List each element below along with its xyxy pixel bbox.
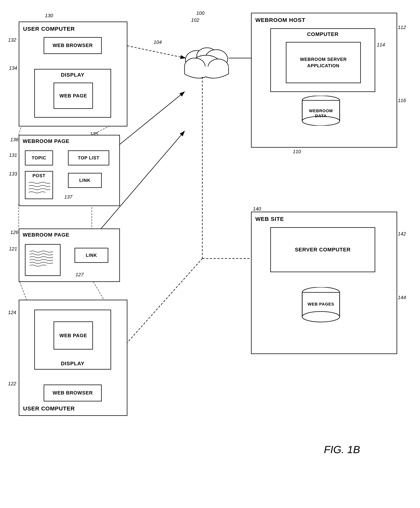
- post-box: POST: [25, 171, 53, 199]
- web-browser-1-label: WEB BROWSER: [53, 43, 93, 48]
- ref-100: 100: [196, 10, 204, 16]
- display-1-box: DISPLAY WEB PAGE: [34, 69, 111, 118]
- webroom-host-label: WEBROOM HOST: [255, 17, 305, 23]
- svg-point-6: [185, 58, 205, 75]
- ref-132: 132: [8, 37, 16, 43]
- ref-140: 140: [253, 206, 261, 212]
- svg-text:DATA: DATA: [315, 113, 327, 118]
- web-page-2-label: WEB PAGE: [59, 332, 87, 339]
- web-browser-2-label: WEB BROWSER: [53, 390, 93, 396]
- user-computer-1-box: USER COMPUTER 132 WEB BROWSER 134 DISPLA…: [19, 22, 128, 127]
- ref-133: 133: [9, 171, 17, 177]
- svg-point-37: [302, 312, 340, 322]
- ref-137: 137: [64, 194, 72, 200]
- ref-114: 114: [377, 42, 385, 48]
- webroom-server-app-label: WEBROOM SERVER APPLICATION: [286, 56, 360, 69]
- svg-text:WEB PAGES: WEB PAGES: [308, 302, 334, 306]
- svg-text:WEBROOM: WEBROOM: [309, 108, 333, 113]
- web-page-1-label: WEB PAGE: [59, 92, 87, 99]
- user-computer-1-label: USER COMPUTER: [23, 25, 75, 32]
- display-2-label: DISPLAY: [61, 360, 84, 367]
- server-computer-label: SERVER COMPUTER: [295, 246, 351, 253]
- ref-134: 134: [9, 65, 17, 71]
- web-site-label: WEB SITE: [255, 216, 284, 222]
- webroom-page-1-label: WEBROOM PAGE: [23, 138, 69, 144]
- ref-112: 112: [398, 24, 406, 30]
- ref-142: 142: [398, 231, 406, 237]
- web-page-2-box: WEB PAGE: [53, 321, 93, 350]
- ref-144: 144: [398, 295, 406, 300]
- ref-131: 131: [9, 152, 17, 158]
- web-site-box: WEB SITE 142 SERVER COMPUTER 144 WEB PAG…: [251, 212, 397, 354]
- link-1-box: LINK: [68, 173, 102, 188]
- web-page-1-box: WEB PAGE: [53, 82, 93, 109]
- svg-line-19: [19, 279, 27, 302]
- top-list-label: TOP LIST: [78, 155, 99, 161]
- ref-116: 116: [398, 97, 406, 103]
- ref-130: 130: [45, 13, 53, 19]
- web-browser-2-box: WEB BROWSER: [44, 385, 102, 401]
- ref-136: 136: [10, 137, 18, 142]
- topic-label: TOPIC: [32, 155, 46, 161]
- topic-box: TOPIC: [25, 150, 53, 165]
- ref-122: 122: [8, 381, 16, 387]
- svg-rect-8: [185, 67, 229, 78]
- link-2-box: LINK: [75, 248, 108, 263]
- svg-point-5: [191, 55, 221, 76]
- user-computer-2-box: USER COMPUTER 124 DISPLAY WEB PAGE 122 W…: [19, 300, 128, 416]
- svg-point-4: [205, 50, 228, 68]
- svg-point-3: [197, 48, 217, 65]
- top-list-box: TOP LIST: [68, 150, 109, 165]
- computer-label: COMPUTER: [307, 31, 338, 37]
- webroom-host-box: WEBROOM HOST 110 112 COMPUTER 114 WEBROO…: [251, 13, 397, 148]
- ref-104: 104: [154, 39, 162, 45]
- svg-line-20: [92, 279, 105, 302]
- display-1-label: DISPLAY: [61, 72, 84, 78]
- link-1-label: LINK: [79, 178, 90, 183]
- web-browser-1-box: WEB BROWSER: [44, 37, 102, 54]
- post-label: POST: [32, 173, 45, 179]
- fig-label: FIG. 1B: [324, 443, 360, 456]
- webroom-page-2-box: WEBROOM PAGE 121 127 LINK: [19, 229, 120, 282]
- svg-point-2: [186, 51, 208, 69]
- ref-126: 126: [10, 230, 18, 235]
- display-2-box: DISPLAY WEB PAGE: [34, 310, 111, 370]
- ref-102: 102: [191, 17, 199, 23]
- ref-110: 110: [293, 149, 301, 155]
- computer-box: COMPUTER 114 WEBROOM SERVER APPLICATION: [270, 28, 375, 92]
- link-2-label: LINK: [86, 253, 97, 258]
- webroom-server-app-box: WEBROOM SERVER APPLICATION: [286, 42, 361, 83]
- webroom-page-2-label: WEBROOM PAGE: [23, 232, 69, 238]
- user-computer-2-bottom-label: USER COMPUTER: [23, 405, 75, 412]
- svg-point-7: [208, 59, 229, 76]
- ref-124: 124: [8, 310, 16, 315]
- ref-121: 121: [9, 246, 17, 252]
- server-computer-box: SERVER COMPUTER: [270, 227, 375, 272]
- ref-127: 127: [75, 272, 83, 278]
- webroom-page-1-box: WEBROOM PAGE 131 TOPIC TOP LIST 133 POST…: [19, 135, 120, 206]
